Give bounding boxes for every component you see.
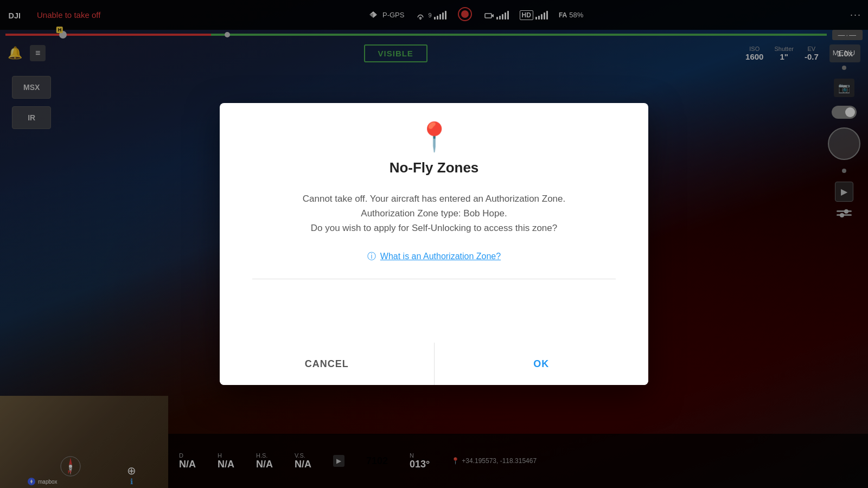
cancel-button[interactable]: CANCEL xyxy=(220,343,435,385)
modal-footer: CANCEL OK xyxy=(220,343,648,385)
modal-divider xyxy=(252,279,616,279)
authorization-zone-link[interactable]: What is an Authorization Zone? xyxy=(380,252,501,261)
no-fly-zone-dialog: 📍 No-Fly Zones Cannot take off. Your air… xyxy=(220,103,648,385)
modal-body: 📍 No-Fly Zones Cannot take off. Your air… xyxy=(220,103,648,343)
modal-location-icon: 📍 xyxy=(417,123,452,151)
ok-button[interactable]: OK xyxy=(435,343,649,385)
modal-link-row: ⓘ What is an Authorization Zone? xyxy=(367,251,501,262)
modal-overlay: 📍 No-Fly Zones Cannot take off. Your air… xyxy=(0,0,868,488)
modal-title: No-Fly Zones xyxy=(390,159,479,176)
modal-info-icon: ⓘ xyxy=(367,251,376,262)
modal-message: Cannot take off. Your aircraft has enter… xyxy=(303,191,566,236)
